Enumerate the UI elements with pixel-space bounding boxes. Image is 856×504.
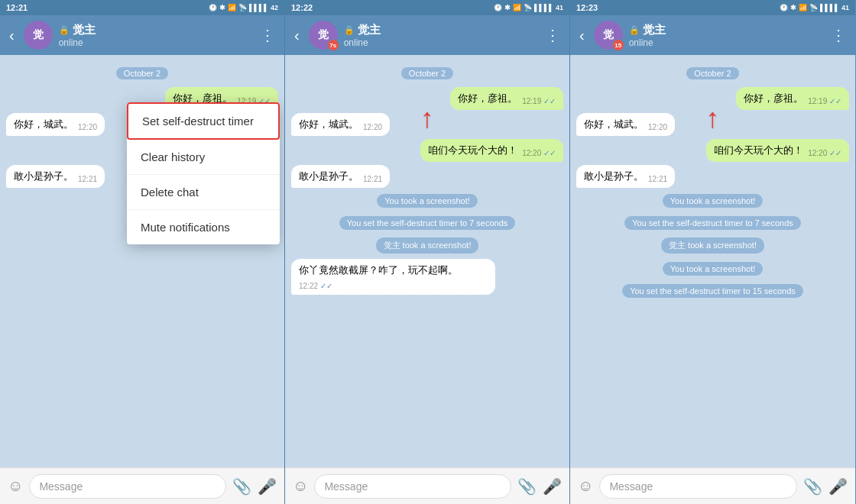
emoji-button[interactable]: ☺ — [578, 477, 593, 495]
message-bubble: 咱们今天玩个大的！ 12:20 ✓✓ — [706, 139, 849, 162]
message-text: 你好，城武。 — [584, 118, 644, 131]
lock-icon: 🔒 — [629, 25, 640, 35]
message-input[interactable]: Message — [314, 474, 511, 499]
avatar-char: 觉 — [33, 28, 44, 42]
emoji-button[interactable]: ☺ — [8, 477, 23, 495]
date-label: October 2 — [116, 66, 168, 79]
message-bubble: 敢小是孙子。 12:21 — [6, 165, 105, 188]
avatar[interactable]: 觉 — [24, 21, 53, 50]
message-text: 你好，彦祖。 — [458, 92, 517, 105]
message-sent: 你好，彦祖。 12:19 ✓✓ — [450, 87, 563, 110]
lock-icon: 🔒 — [344, 25, 355, 35]
more-button[interactable]: ⋮ — [828, 23, 849, 47]
back-button[interactable]: ‹ — [576, 24, 588, 47]
chat-background: October 2 你好，彦祖。 12:19 ✓✓ 你好，城武。 12:20 咱… — [0, 55, 284, 467]
more-button[interactable]: ⋮ — [257, 23, 278, 47]
attach-button[interactable]: 📎 — [517, 477, 537, 496]
message-sent: 咱们今天玩个大的！ 12:20 ✓✓ — [420, 139, 563, 162]
lock-icon: 🔒 — [59, 25, 70, 35]
back-button[interactable]: ‹ — [291, 24, 303, 47]
set-timer-item[interactable]: Set self-destruct timer — [127, 102, 280, 140]
red-arrow: ↑ — [420, 102, 434, 134]
input-bar: ☺ Message 📎 🎤 — [0, 467, 284, 504]
avatar[interactable]: 觉 15 — [594, 21, 623, 50]
contact-info: 🔒 觉主 online — [59, 23, 251, 48]
message-time: 12:19 ✓✓ — [522, 97, 556, 105]
status-icons: 🕐✱📶📡▌▌▌▌ 42 — [209, 4, 278, 11]
system-message: You took a screenshot! — [663, 193, 764, 208]
system-message: You set the self-destruct timer to 7 sec… — [339, 215, 516, 230]
message-text: 你好，城武。 — [299, 118, 358, 131]
emoji-button[interactable]: ☺ — [293, 477, 308, 495]
system-message: You set the self-destruct timer to 7 sec… — [624, 215, 801, 230]
contact-info: 🔒 觉主 online — [344, 23, 536, 48]
chat-background: ↑ October 2 你好，彦祖。 12:19 ✓✓ 你好，城武。 12:20… — [285, 55, 569, 467]
dropdown-item[interactable]: Mute notifications — [127, 210, 280, 244]
message-check: ✓✓ — [829, 149, 841, 157]
message-time: 12:20 — [648, 123, 667, 131]
message-time: 12:20 — [363, 123, 382, 131]
status-bar: 12:23 🕐✱📶📡▌▌▌▌ 41 — [570, 0, 855, 15]
status-time: 12:23 — [576, 3, 598, 12]
contact-name-text: 觉主 — [358, 23, 381, 37]
attach-button[interactable]: 📎 — [232, 477, 251, 496]
dropdown-item[interactable]: Delete chat — [127, 175, 280, 210]
message-text: 咱们今天玩个大的！ — [428, 144, 517, 157]
message-text: 敢小是孙子。 — [14, 170, 73, 183]
message-time: 12:21 — [363, 175, 382, 183]
mic-button[interactable]: 🎤 — [543, 477, 562, 496]
message-text: 敢小是孙子。 — [584, 170, 644, 183]
chat-header: ‹ 觉 7s 🔒 觉主 online ⋮ — [285, 15, 569, 55]
system-message: You set the self-destruct timer to 15 se… — [622, 283, 803, 298]
contact-status: online — [59, 37, 251, 48]
panel-2: 12:22 🕐✱📶📡▌▌▌▌ 41 ‹ 觉 7s 🔒 觉主 online ⋮ ↑ — [285, 0, 570, 504]
date-label: October 2 — [686, 66, 738, 79]
message-received: 你好，城武。 12:20 — [6, 113, 105, 136]
contact-name: 🔒 觉主 — [629, 23, 822, 37]
message-time: 12:20 ✓✓ — [808, 149, 841, 157]
dropdown-menu[interactable]: Set self-destruct timer Clear historyDel… — [127, 102, 280, 244]
mic-button[interactable]: 🎤 — [258, 477, 277, 496]
status-icons: 🕐✱📶📡▌▌▌▌ 41 — [494, 4, 563, 11]
status-icons: 🕐✱📶📡▌▌▌▌ 41 — [780, 4, 849, 11]
message-sent: 你好，彦祖。 12:19 ✓✓ — [736, 87, 849, 110]
system-message: 觉主 took a screenshot! — [376, 237, 479, 254]
message-text: 咱们今天玩个大的！ — [714, 144, 803, 157]
message-check: ✓✓ — [543, 97, 556, 105]
dropdown-item[interactable]: Clear history — [127, 140, 280, 175]
message-text: 你好，彦祖。 — [744, 92, 803, 105]
message-text: 敢小是孙子。 — [299, 170, 358, 183]
status-time: 12:22 — [291, 3, 313, 12]
message-received: 你好，城武。 12:20 — [291, 113, 390, 136]
message-received: 你好，城武。 12:20 — [576, 113, 675, 136]
status-time: 12:21 — [6, 3, 28, 12]
message-bubble: 你好，彦祖。 12:19 ✓✓ — [450, 87, 563, 110]
system-message: 觉主 took a screenshot! — [661, 237, 764, 254]
message-time: 12:22 ✓✓ — [299, 282, 332, 290]
contact-status: online — [629, 37, 822, 48]
attach-button[interactable]: 📎 — [803, 477, 822, 496]
status-bar: 12:22 🕐✱📶📡▌▌▌▌ 41 — [285, 0, 569, 15]
message-bubble: 你丫竟然敢截屏？咋了，玩不起啊。 12:22 ✓✓ — [291, 259, 495, 295]
message-bubble: 敢小是孙子。 12:21 — [576, 165, 675, 188]
message-check: ✓✓ — [320, 282, 332, 290]
back-button[interactable]: ‹ — [6, 24, 18, 47]
mic-button[interactable]: 🎤 — [828, 477, 848, 496]
message-time: 12:20 — [78, 123, 97, 131]
input-bar: ☺ Message 📎 🎤 — [285, 467, 569, 504]
message-time: 12:19 ✓✓ — [808, 97, 841, 105]
chat-header: ‹ 觉 🔒 觉主 online ⋮ — [0, 15, 284, 55]
input-bar: ☺ Message 📎 🎤 — [570, 467, 855, 504]
message-bubble: 你好，城武。 12:20 — [291, 113, 390, 136]
message-input[interactable]: Message — [599, 474, 797, 499]
message-bubble: 你好，城武。 12:20 — [6, 113, 105, 136]
message-received: 敢小是孙子。 12:21 — [576, 165, 675, 188]
avatar[interactable]: 觉 7s — [309, 21, 338, 50]
message-received: 敢小是孙子。 12:21 — [6, 165, 105, 188]
more-button[interactable]: ⋮ — [542, 23, 563, 47]
message-check: ✓✓ — [829, 97, 841, 105]
message-input[interactable]: Message — [29, 474, 226, 499]
message-time: 12:20 ✓✓ — [522, 149, 556, 157]
contact-info: 🔒 觉主 online — [629, 23, 822, 48]
message-bubble: 你好，城武。 12:20 — [576, 113, 675, 136]
